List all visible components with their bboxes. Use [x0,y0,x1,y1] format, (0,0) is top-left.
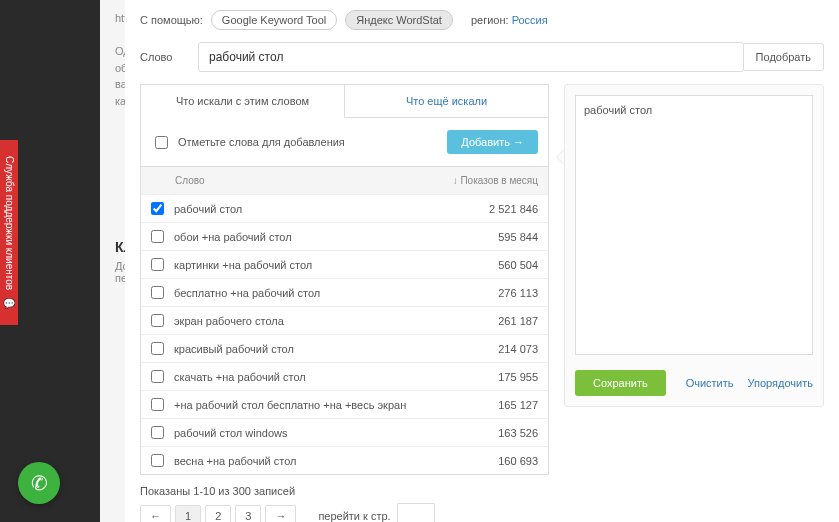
row-checkbox[interactable] [151,258,164,271]
th-count[interactable]: ↓ Показов в месяц [438,175,538,186]
row-count: 2 521 846 [438,203,538,215]
row-count: 595 844 [438,231,538,243]
page-1[interactable]: 1 [175,505,201,523]
table-row: +на рабочий стол бесплатно +на +весь экр… [141,390,548,418]
row-word: бесплатно +на рабочий стол [174,287,438,299]
row-count: 214 073 [438,343,538,355]
pager-info: Показаны 1-10 из 300 записей [140,475,549,503]
row-count: 160 693 [438,455,538,467]
table-row: экран рабочего стола261 187 [141,306,548,334]
row-checkbox[interactable] [151,426,164,439]
row-checkbox[interactable] [151,370,164,383]
keywords-table: Слово ↓ Показов в месяц рабочий стол2 52… [140,167,549,475]
row-count: 276 113 [438,287,538,299]
page-prev[interactable]: ← [140,505,171,523]
page-next[interactable]: → [265,505,296,523]
row-word: обои +на рабочий стол [174,231,438,243]
tool-google[interactable]: Google Keyword Tool [211,10,337,30]
row-word: экран рабочего стола [174,315,438,327]
table-row: обои +на рабочий стол595 844 [141,222,548,250]
row-word: рабочий стол [174,203,438,215]
page-2[interactable]: 2 [205,505,231,523]
call-button[interactable]: ✆ [18,462,60,504]
select-all-checkbox[interactable] [155,136,168,149]
phone-icon: ✆ [31,471,48,495]
word-input[interactable] [198,42,744,72]
support-tab[interactable]: Служба поддержки клиентов [0,140,18,325]
mark-text: Отметьте слова для добавления [178,136,437,148]
row-checkbox[interactable] [151,398,164,411]
row-count: 261 187 [438,315,538,327]
table-row: картинки +на рабочий стол560 504 [141,250,548,278]
table-row: скачать +на рабочий стол175 955 [141,362,548,390]
row-checkbox[interactable] [151,202,164,215]
row-count: 163 526 [438,427,538,439]
tab-also-searched[interactable]: Что ещё искали [345,85,548,118]
table-row: бесплатно +на рабочий стол276 113 [141,278,548,306]
with-label: С помощью: [140,14,203,26]
row-count: 165 127 [438,399,538,411]
row-count: 560 504 [438,259,538,271]
word-label: Слово [140,51,188,63]
table-row: красивый рабочий стол214 073 [141,334,548,362]
table-row: весна +на рабочий стол160 693 [141,446,548,474]
row-word: скачать +на рабочий стол [174,371,438,383]
row-count: 175 955 [438,371,538,383]
row-word: +на рабочий стол бесплатно +на +весь экр… [174,399,438,411]
clear-link[interactable]: Очистить [686,377,734,389]
save-button[interactable]: Сохранить [575,370,666,396]
order-link[interactable]: Упорядочить [748,377,813,389]
tab-searched-with[interactable]: Что искали с этим словом [141,85,345,118]
row-word: весна +на рабочий стол [174,455,438,467]
row-checkbox[interactable] [151,230,164,243]
add-button[interactable]: Добавить → [447,130,538,154]
row-checkbox[interactable] [151,314,164,327]
row-checkbox[interactable] [151,454,164,467]
row-word: красивый рабочий стол [174,343,438,355]
table-row: рабочий стол windows163 526 [141,418,548,446]
row-word: рабочий стол windows [174,427,438,439]
speech-arrow-icon [556,149,564,165]
selected-keywords-textarea[interactable] [575,95,813,355]
tabs: Что искали с этим словом Что ещё искали [140,84,549,118]
th-word[interactable]: Слово [175,175,438,186]
goto-input[interactable] [397,503,435,522]
keyword-modal: С помощью: Google Keyword Tool Яндекс Wo… [125,0,839,522]
row-checkbox[interactable] [151,286,164,299]
region-link[interactable]: Россия [512,14,548,26]
page-3[interactable]: 3 [235,505,261,523]
row-checkbox[interactable] [151,342,164,355]
pick-button[interactable]: Подобрать [744,43,824,71]
row-word: картинки +на рабочий стол [174,259,438,271]
table-row: рабочий стол2 521 846 [141,194,548,222]
tool-yandex[interactable]: Яндекс WordStat [345,10,453,30]
